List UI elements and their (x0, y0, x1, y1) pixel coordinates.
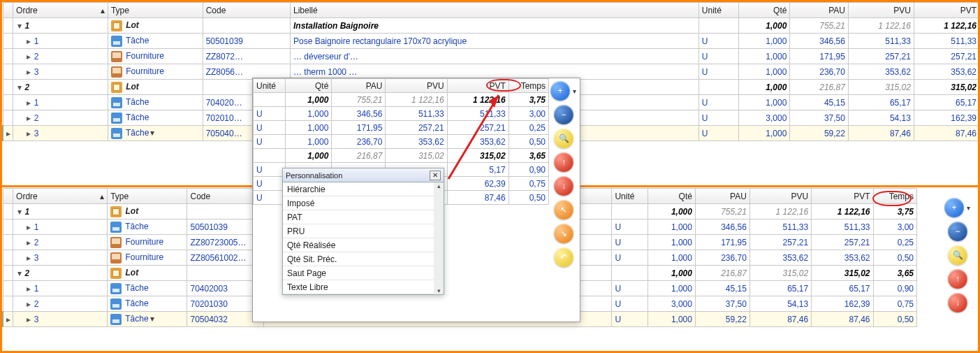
pau-cell[interactable]: 171,95 (695, 235, 749, 250)
p-unite[interactable]: U (254, 121, 286, 135)
type-cell[interactable]: Tâche ▾ (108, 126, 203, 141)
p-pvt[interactable]: 62,39 (447, 177, 509, 191)
expand-icon[interactable]: ▸ (25, 129, 31, 138)
pvt-cell[interactable]: 257,21 (812, 235, 873, 250)
temps-cell[interactable]: 0,50 (873, 250, 916, 266)
p-pvu[interactable]: 353,62 (386, 135, 447, 149)
qte-cell[interactable]: 1,000 (739, 49, 790, 64)
expand-icon[interactable]: ▸ (25, 253, 31, 263)
pvu-cell[interactable]: 257,21 (848, 49, 914, 64)
ordre-cell[interactable]: ▾ 1 (13, 18, 108, 34)
ordre-cell[interactable]: ▸ 2 (13, 49, 108, 64)
code-cell[interactable]: 50501039 (203, 34, 290, 49)
col2-qte[interactable]: Qté (648, 189, 696, 204)
type-cell[interactable]: Tâche (108, 95, 203, 110)
pvt-cell[interactable]: 257,21 (914, 49, 979, 64)
p-pvt[interactable]: 1 122,16 (447, 93, 509, 107)
unite-cell[interactable]: U (699, 95, 738, 110)
expand-icon[interactable]: ▸ (25, 299, 31, 309)
ordre-cell[interactable]: ▸ 1 (13, 281, 108, 296)
type-cell[interactable]: Lot (108, 18, 203, 34)
p-qte[interactable]: 1,000 (286, 149, 332, 163)
row-marker[interactable] (3, 250, 13, 266)
p-pvu[interactable]: 315,02 (386, 149, 447, 163)
libelle-cell[interactable]: Pose Baignoire rectangulaire 170x70 acry… (290, 34, 699, 49)
qte-cell[interactable]: 1,000 (648, 219, 696, 235)
row-marker[interactable] (3, 64, 13, 80)
expand-icon[interactable]: ▸ (25, 52, 31, 62)
col2-type[interactable]: Type (108, 189, 187, 204)
expand-icon[interactable]: ▸ (25, 238, 31, 247)
row-marker[interactable]: ▸ (3, 312, 13, 327)
code-cell[interactable]: ZZ8072… (203, 49, 290, 64)
pvt-cell[interactable]: 353,62 (914, 64, 979, 80)
row-marker[interactable] (3, 204, 13, 219)
p-qte[interactable]: 1,000 (286, 135, 332, 149)
perso-item[interactable]: Qté Sit. Préc. (283, 252, 444, 266)
p-remove-button[interactable]: − (554, 105, 573, 124)
add-dropdown-icon[interactable]: ▾ (965, 204, 971, 212)
p-down-button[interactable]: ↓ (554, 176, 573, 196)
pvt-cell[interactable]: 87,46 (914, 126, 979, 141)
move-down-button[interactable]: ↓ (948, 293, 967, 312)
table-row[interactable]: ▸ 1 Tâche50501039Pose Baignoire rectangu… (3, 34, 980, 49)
p-qte[interactable]: 1,000 (286, 107, 332, 121)
pcol-pau[interactable]: PAU (332, 79, 386, 93)
pvu-cell[interactable]: 511,33 (848, 34, 914, 49)
type-cell[interactable]: Lot (108, 204, 187, 219)
perso-item[interactable]: Hiérarchie (283, 182, 444, 196)
unite-cell[interactable]: U (699, 49, 738, 64)
ordre-cell[interactable]: ▸ 3 (13, 64, 108, 80)
col-libelle[interactable]: Libellé (290, 3, 699, 18)
pvu-cell[interactable]: 1 122,16 (848, 18, 914, 34)
p-temps[interactable]: 3,00 (509, 107, 548, 121)
p-downright-button[interactable]: ↘ (554, 224, 573, 243)
qte-cell[interactable]: 1,000 (648, 250, 696, 266)
pvt-cell[interactable]: 65,17 (812, 281, 873, 296)
row-marker[interactable] (3, 281, 13, 296)
type-cell[interactable]: Fourniture (108, 250, 187, 266)
p-search-button[interactable]: 🔍 (554, 129, 573, 148)
p-temps[interactable]: 0,50 (509, 191, 548, 205)
expand-icon[interactable]: ▸ (25, 67, 31, 77)
remove-button[interactable]: − (948, 222, 967, 241)
add-button[interactable]: + (944, 198, 964, 217)
perso-item[interactable]: Texte Libre (283, 280, 444, 294)
p-unite[interactable] (254, 149, 286, 163)
p-pau[interactable]: 216,87 (332, 149, 386, 163)
col2-pvt[interactable]: PVT (812, 189, 873, 204)
unite-cell[interactable] (699, 18, 738, 34)
expand-icon[interactable]: ▾ (16, 207, 22, 217)
row-marker[interactable] (3, 235, 13, 250)
type-cell[interactable]: Tâche (108, 34, 203, 49)
p-pau[interactable]: 755,21 (332, 93, 386, 107)
qte-cell[interactable]: 1,000 (739, 34, 790, 49)
p-pvt[interactable]: 5,17 (447, 163, 509, 177)
move-up-button[interactable]: ↑ (948, 269, 967, 289)
type-cell[interactable]: Tâche ▾ (108, 312, 187, 327)
p-pvt[interactable]: 315,02 (447, 149, 509, 163)
col-ordre[interactable]: Ordre▴ (13, 3, 108, 18)
pau-cell[interactable]: 236,70 (790, 64, 849, 80)
unite-cell[interactable] (612, 204, 648, 219)
expand-icon[interactable]: ▸ (25, 315, 31, 324)
pcol-temps[interactable]: Temps (509, 79, 548, 93)
pau-cell[interactable]: 45,15 (790, 95, 849, 110)
ordre-cell[interactable]: ▾ 1 (13, 204, 108, 219)
type-cell[interactable]: Fourniture (108, 49, 203, 64)
expand-icon[interactable]: ▸ (25, 113, 31, 123)
col2-pau[interactable]: PAU (695, 189, 749, 204)
table-row[interactable]: 1,000216,87315,02315,023,65 (254, 149, 549, 163)
qte-cell[interactable]: 3,000 (739, 110, 790, 126)
unite-cell[interactable] (612, 266, 648, 281)
pvu-cell[interactable]: 315,02 (848, 80, 914, 95)
scrollbar[interactable]: ▴▾ (434, 182, 444, 294)
ordre-cell[interactable]: ▸ 3 (13, 312, 108, 327)
p-undo-button[interactable]: ↶ (554, 247, 573, 267)
row-marker[interactable] (3, 266, 13, 281)
pau-cell[interactable]: 346,56 (790, 34, 849, 49)
qte-cell[interactable]: 1,000 (648, 204, 696, 219)
perso-item[interactable]: PRU (283, 224, 444, 238)
p-pau[interactable]: 236,70 (332, 135, 386, 149)
unite-cell[interactable]: U (699, 34, 738, 49)
